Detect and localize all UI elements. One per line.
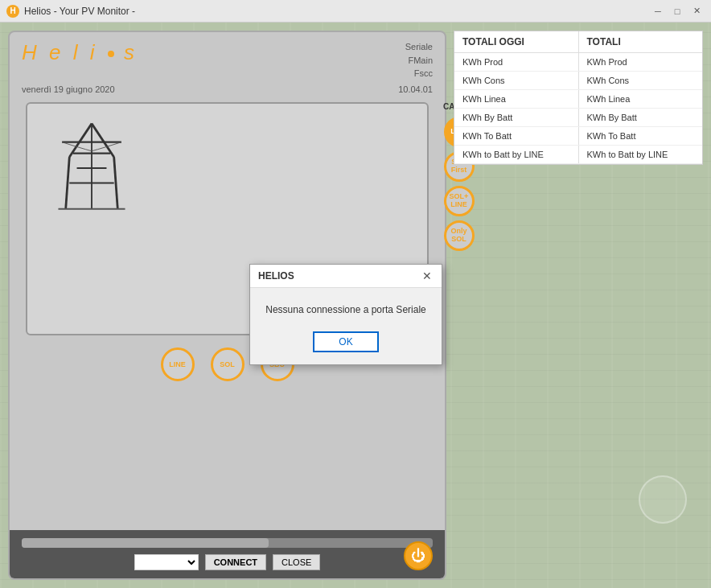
window-controls: ─ □ ✕ (650, 5, 705, 18)
minimize-button[interactable]: ─ (650, 5, 666, 18)
titlebar: H Helios - Your PV Monitor - ─ □ ✕ (0, 0, 711, 23)
modal-dialog: HELIOS ✕ Nessuna connessione a porta Ser… (249, 264, 442, 365)
modal-title: HELIOS (258, 270, 294, 282)
modal-titlebar: HELIOS ✕ (250, 265, 442, 288)
app-icon: H (6, 5, 19, 18)
window-title: Helios - Your PV Monitor - (24, 6, 650, 17)
modal-message: Nessuna connessione a porta Seriale (262, 304, 429, 315)
modal-body: Nessuna connessione a porta Seriale OK (250, 288, 442, 364)
maximize-button[interactable]: □ (669, 5, 685, 18)
modal-ok-button[interactable]: OK (313, 331, 378, 352)
app-window: H e l i s Seriale FMain Fscc venerdì 19 … (0, 23, 711, 588)
window-close-button[interactable]: ✕ (688, 5, 705, 18)
modal-overlay: HELIOS ✕ Nessuna connessione a porta Ser… (0, 23, 711, 588)
modal-close-button[interactable]: ✕ (421, 269, 434, 282)
